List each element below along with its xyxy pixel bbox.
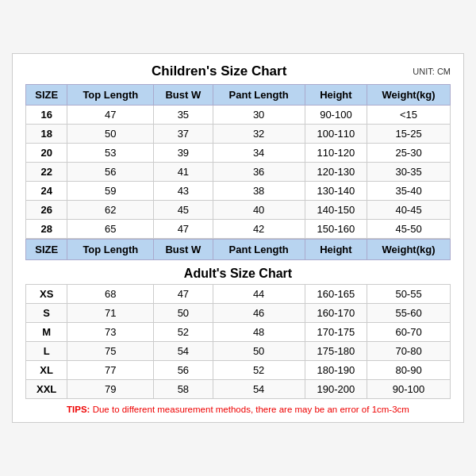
table-cell: 30-35 <box>367 163 451 182</box>
table-cell: 160-165 <box>305 285 367 304</box>
adult-section-header: Adult's Size Chart <box>26 260 451 285</box>
table-cell: L <box>26 342 67 361</box>
table-cell: 40 <box>213 201 305 220</box>
table-row: 22564136120-13030-35 <box>26 163 451 182</box>
table-cell: 46 <box>213 304 305 323</box>
table-cell: 65 <box>67 220 154 239</box>
adult-col-header: Top Length <box>67 240 154 260</box>
table-cell: 40-45 <box>367 201 451 220</box>
table-row: XL775652180-19080-90 <box>26 361 451 380</box>
table-cell: XXL <box>26 380 67 399</box>
table-cell: 62 <box>67 201 154 220</box>
table-cell: 180-190 <box>305 361 367 380</box>
table-cell: 47 <box>67 106 154 125</box>
adult-table-body: XS684744160-16550-55S715046160-17055-60M… <box>26 285 451 399</box>
table-cell: 75 <box>67 342 154 361</box>
tips-row: TIPS: Due to different measurement metho… <box>25 405 451 414</box>
table-cell: 70-80 <box>367 342 451 361</box>
main-title: Children's Size Chart <box>25 63 413 79</box>
table-cell: 58 <box>154 380 213 399</box>
title-row: Children's Size Chart UNIT: CM <box>25 63 451 79</box>
adult-size-table: Adult's Size Chart SIZETop LengthBust WP… <box>25 239 451 399</box>
table-row: 28654742150-16045-50 <box>26 220 451 239</box>
table-cell: 50 <box>154 304 213 323</box>
table-row: 24594338130-14035-40 <box>26 182 451 201</box>
unit-label: UNIT: CM <box>413 67 451 76</box>
table-row: XS684744160-16550-55 <box>26 285 451 304</box>
table-cell: 52 <box>213 361 305 380</box>
adult-col-header: Pant Length <box>213 240 305 260</box>
table-cell: <15 <box>367 106 451 125</box>
table-cell: 35 <box>154 106 213 125</box>
table-cell: 50 <box>213 342 305 361</box>
table-row: M735248170-17560-70 <box>26 323 451 342</box>
table-cell: 170-175 <box>305 323 367 342</box>
table-cell: 55-60 <box>367 304 451 323</box>
table-cell: S <box>26 304 67 323</box>
table-cell: 130-140 <box>305 182 367 201</box>
table-cell: 110-120 <box>305 144 367 163</box>
table-cell: 32 <box>213 125 305 144</box>
table-cell: 39 <box>154 144 213 163</box>
table-cell: 160-170 <box>305 304 367 323</box>
tips-label: TIPS: <box>67 405 90 414</box>
table-cell: 175-180 <box>305 342 367 361</box>
adult-col-header: Height <box>305 240 367 260</box>
table-cell: 25-30 <box>367 144 451 163</box>
table-cell: 79 <box>67 380 154 399</box>
table-cell: 59 <box>67 182 154 201</box>
table-cell: 18 <box>26 125 67 144</box>
table-cell: 48 <box>213 323 305 342</box>
table-row: L755450175-18070-80 <box>26 342 451 361</box>
table-cell: 150-160 <box>305 220 367 239</box>
adult-header-row: SIZETop LengthBust WPant LengthHeightWei… <box>26 240 451 260</box>
table-cell: 22 <box>26 163 67 182</box>
table-cell: 41 <box>154 163 213 182</box>
table-cell: 50 <box>67 125 154 144</box>
table-cell: 56 <box>154 361 213 380</box>
table-cell: 36 <box>213 163 305 182</box>
table-cell: 53 <box>67 144 154 163</box>
adult-col-header: SIZE <box>26 240 67 260</box>
table-row: 20533934110-12025-30 <box>26 144 451 163</box>
table-cell: 45-50 <box>367 220 451 239</box>
children-size-table: SIZETop LengthBust WPant LengthHeightWei… <box>25 84 451 239</box>
table-cell: 20 <box>26 144 67 163</box>
table-cell: 44 <box>213 285 305 304</box>
table-cell: 42 <box>213 220 305 239</box>
children-col-header: Pant Length <box>213 85 305 106</box>
table-cell: 140-150 <box>305 201 367 220</box>
table-cell: 56 <box>67 163 154 182</box>
table-cell: M <box>26 323 67 342</box>
table-cell: 90-100 <box>367 380 451 399</box>
table-row: 26624540140-15040-45 <box>26 201 451 220</box>
chart-container: Children's Size Chart UNIT: CM SIZETop L… <box>12 53 464 423</box>
tips-text: Due to different measurement methods, th… <box>90 405 409 414</box>
table-row: S715046160-17055-60 <box>26 304 451 323</box>
table-cell: 16 <box>26 106 67 125</box>
table-cell: 35-40 <box>367 182 451 201</box>
table-cell: 90-100 <box>305 106 367 125</box>
table-row: 1647353090-100<15 <box>26 106 451 125</box>
table-cell: 80-90 <box>367 361 451 380</box>
table-row: 18503732100-11015-25 <box>26 125 451 144</box>
children-col-header: Height <box>305 85 367 106</box>
children-col-header: Top Length <box>67 85 154 106</box>
table-cell: 45 <box>154 201 213 220</box>
table-cell: 73 <box>67 323 154 342</box>
table-cell: 28 <box>26 220 67 239</box>
table-cell: 47 <box>154 285 213 304</box>
table-cell: 100-110 <box>305 125 367 144</box>
table-cell: 43 <box>154 182 213 201</box>
table-cell: 54 <box>213 380 305 399</box>
table-cell: 38 <box>213 182 305 201</box>
table-cell: 15-25 <box>367 125 451 144</box>
table-cell: 24 <box>26 182 67 201</box>
table-cell: 54 <box>154 342 213 361</box>
children-header-row: SIZETop LengthBust WPant LengthHeightWei… <box>26 85 451 106</box>
table-cell: 37 <box>154 125 213 144</box>
adult-col-header: Weight(kg) <box>367 240 451 260</box>
table-cell: 190-200 <box>305 380 367 399</box>
table-cell: 26 <box>26 201 67 220</box>
table-cell: 30 <box>213 106 305 125</box>
